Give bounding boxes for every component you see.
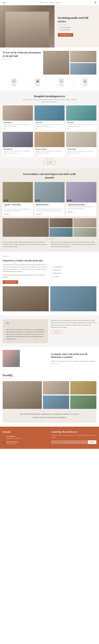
hero-section: Inredningsstudio med full service Bild f… — [0, 5, 99, 48]
extraordinary-section: Extraordinära rum med elegant men ändå r… — [0, 168, 99, 252]
room-link-3[interactable]: BOKA NU — [68, 211, 73, 212]
card-title-5: Lyxiga möbler — [67, 148, 95, 150]
strip-label: Bild från Freepik — [3, 238, 96, 240]
icon-item-planera: ▦ Planera — [26, 77, 49, 88]
card-text-3: Sample text. Click to select the text bo… — [4, 150, 32, 154]
hero-content: Inredningsstudio med full service Bild f… — [54, 5, 99, 48]
nav-menu: Hem Om oss Tjänster Kontakt — [40, 2, 60, 3]
check-item-2: ✓ Kreativt team — [51, 269, 96, 271]
contact-phone: 📞 Telefon Stad Telefon +46 123 456 789 — [3, 441, 48, 445]
room-price-1: 46 m² — [4, 206, 32, 208]
nav-logo: logo — [3, 2, 6, 4]
quote-para: Duis aute irure dolor in reprehenderit i… — [51, 319, 96, 328]
check-item-3: ✓ Snabb leverans — [51, 272, 96, 274]
check-item-4: ✓ City Studio — [51, 275, 96, 277]
believe-text: Vi tror att de vackraste utrymmena är de… — [3, 51, 41, 74]
card-price-2: 456 — [67, 128, 95, 129]
complete-title: Komplett inredningsservice — [3, 95, 96, 98]
card-title-1: Våra verk — [36, 122, 64, 123]
card-price-4: 456 — [36, 154, 64, 156]
card-price-3: 456 — [4, 154, 32, 156]
contact-address: 📍 Vår Adresslinje Exempelgata 1, Stockho… — [3, 436, 48, 439]
hero-cta-button[interactable]: KONTAKTA OSS — [58, 33, 74, 37]
room-card-1: VISA Lägenhet - Bottenvåning 46 m² Lorem… — [3, 182, 33, 216]
address-label: Vår Adresslinje — [6, 436, 20, 437]
newsletter-submit-button[interactable]: SKICKA — [88, 440, 96, 444]
phone-icon: 📞 — [3, 441, 5, 444]
company-right: ✓ Inredningsdesign ✓ Kreativt team ✓ Sna… — [51, 259, 96, 284]
hamburger-icon[interactable]: ☰ — [94, 1, 96, 4]
portfolio-bottom-text: Med erfarenhet från bostäder, kommersiel… — [16, 412, 82, 419]
hero-list: Titel auto from data Ut enim ad minim — [60, 26, 96, 31]
quote-section: " "Jag tror att en bra designer är en ar… — [0, 315, 99, 347]
hero-image — [0, 5, 54, 48]
room-text-2: Incididunt: designa en ny Designa+. Lore… — [36, 208, 63, 212]
phone-label: Telefon Stad Telefon — [6, 441, 18, 442]
quote-box: " "Jag tror att en bra designer är en ar… — [3, 319, 48, 344]
card-price-0: 456 — [4, 128, 32, 129]
complete-label: Bild från Freepik — [3, 158, 96, 160]
room-text-3: Lorem ipsum dolor sit amet, consectetur … — [68, 206, 95, 210]
card-text-0: Sample text. Click to select the text bo… — [4, 124, 32, 127]
believe-heading: Vi tror att de vackraste utrymmena är de… — [3, 51, 41, 58]
offer-label: Bild från Freepik — [51, 363, 96, 364]
check-label-3: Snabb leverans — [53, 272, 62, 274]
room-link-1[interactable]: BOKA NU — [4, 214, 9, 215]
card-title-2: Vår vision — [67, 122, 95, 123]
newsletter-title: Anmäl dig till nyhetsbrevet — [51, 430, 96, 433]
icon-label-projekt: Projekt — [83, 84, 87, 86]
card-price-5: 456 — [67, 154, 95, 156]
offer-left — [3, 350, 48, 367]
company-heading: Zinnermos ac facilisis sed odio mattis q… — [3, 259, 48, 262]
newsletter-text: Zinnermos ac facilisis odio mattis. Duis… — [51, 434, 96, 438]
complete-btn[interactable]: LÄS MER — [43, 161, 56, 164]
icon-grid: ✦ Design ▦ Planera ⌂ Interiör ◈ Projekt — [3, 77, 96, 88]
card-price-1: 456 — [36, 128, 64, 129]
card-text-1: Sample text. Click to select the text bo… — [36, 124, 64, 127]
extra-text-right: Duis aute irure dolor in reprehenderit i… — [51, 241, 96, 248]
card-text-4: Sample text. Click to select the text bo… — [36, 150, 64, 154]
check-label-4: City Studio — [53, 276, 60, 277]
check-label-2: Kreativt team — [53, 269, 60, 271]
navbar: logo Hem Om oss Tjänster Kontakt ☰ — [0, 0, 99, 5]
card-mysiga: Mysiga utrymmen Sample text. Click to se… — [34, 132, 65, 157]
company-para1: Nunc aliquam sit amet, laoreet ipsum dol… — [3, 264, 48, 272]
portfolio-section: Portfölj Bild från Freepik Med erfarenhe… — [0, 370, 99, 426]
card-hemmakontor: Hemmakontor Sample text. Click to select… — [3, 132, 33, 157]
quote-btn[interactable]: LÄS MER — [51, 330, 62, 334]
icon-label-interior: Interiör — [60, 84, 63, 86]
room-card-2: VISA Dubbelrum Deluxe 55 m² Incididunt: … — [34, 182, 65, 216]
believe-label: Bild från Freepik — [3, 58, 41, 60]
address-text: Exempelgata 1, Stockholm — [6, 437, 20, 439]
company-btn[interactable]: KONTAKTA OSS — [3, 280, 18, 284]
contact-title: Kontakt — [3, 430, 48, 433]
believe-images — [43, 51, 96, 74]
cards-row2: Hemmakontor Sample text. Click to select… — [3, 132, 96, 157]
room-title-1: Lägenhet - Bottenvåning — [4, 204, 32, 206]
icon-item-projekt: ◈ Projekt — [74, 77, 96, 88]
check-label-1: Inredningsdesign — [53, 266, 62, 268]
room-title-3: Lägenhet med parkutsikt — [68, 204, 95, 206]
room-card-3: VISA Lägenhet med parkutsikt Lorem ipsum… — [66, 182, 96, 216]
card-title-3: Hemmakontor — [4, 148, 32, 150]
card-innovationer: Innovationer Sample text. Click to selec… — [3, 106, 33, 130]
hero-title: Inredningsstudio med full service — [58, 16, 96, 23]
extra-text-left: Lorem ipsum dolor sit amet, consectetur … — [3, 241, 48, 248]
quote-right: Duis aute irure dolor in reprehenderit i… — [51, 319, 96, 344]
icon-item-design: ✦ Design — [3, 77, 25, 88]
newsletter-input[interactable] — [51, 440, 87, 444]
contact-info: Kontakt 📍 Vår Adresslinje Exempelgata 1,… — [3, 430, 48, 445]
room-link-2[interactable]: BOKA NU — [36, 214, 41, 215]
hero-small-text: Bild från Freepik — [58, 24, 96, 26]
portfolio-grid — [3, 381, 96, 409]
card-vara-verk: Våra verk Sample text. Click to select t… — [34, 106, 65, 130]
offer-heading: Vi erbjuder arbete i alla skeden fram ti… — [51, 353, 96, 359]
portfolio-title: Portfölj — [3, 374, 96, 377]
room-text-1: Lorem ipsum dolor sit amet, consectetur … — [4, 208, 32, 212]
address-icon: 📍 — [3, 436, 5, 438]
offer-section: Vi erbjuder arbete i alla skeden fram ti… — [0, 347, 99, 370]
company-left: Zinnermos ac facilisis sed odio mattis q… — [3, 259, 48, 284]
hero-list-item-2: Ut enim ad minim — [60, 29, 96, 31]
newsletter: Anmäl dig till nyhetsbrevet Zinnermos ac… — [51, 430, 96, 445]
room-title-2: Dubbelrum Deluxe — [36, 204, 63, 206]
